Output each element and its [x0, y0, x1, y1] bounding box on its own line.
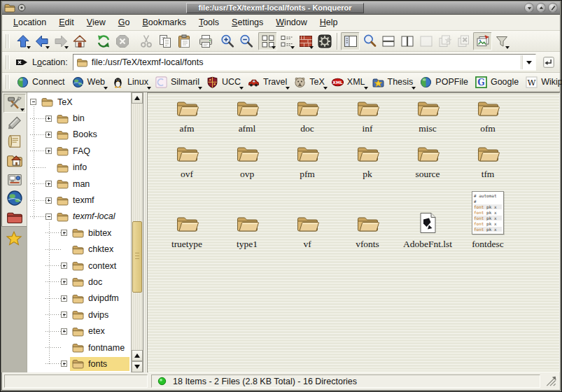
- copy-button[interactable]: [155, 32, 174, 50]
- menu-help[interactable]: Help: [314, 15, 344, 29]
- scroll-down-button[interactable]: [132, 361, 143, 372]
- bookmark-connect[interactable]: Connect: [13, 74, 69, 90]
- tree-item-body[interactable]: dvipdfm: [70, 291, 129, 305]
- find-button[interactable]: [360, 32, 379, 50]
- tree-item-etex[interactable]: etex: [30, 323, 129, 339]
- file-item-vf[interactable]: vf: [277, 214, 337, 250]
- dropdown-arrow-icon[interactable]: [286, 87, 290, 90]
- tree-item-info[interactable]: info: [30, 160, 129, 176]
- tree-item-body[interactable]: fonts: [70, 357, 129, 371]
- file-item-tfm[interactable]: tfm: [458, 144, 518, 180]
- tree-item-fonts[interactable]: fonts: [30, 356, 129, 372]
- sidebar-tab-root[interactable]: [3, 207, 26, 226]
- location-input[interactable]: file:/usr/TeX/texmf-local/fonts: [73, 54, 536, 71]
- bookmark-web[interactable]: Web: [69, 74, 108, 90]
- tree-scrollbar[interactable]: [131, 92, 143, 372]
- tree-item-dvipdfm[interactable]: dvipdfm: [30, 290, 129, 307]
- dropdown-arrow-icon[interactable]: [364, 87, 368, 90]
- bookmark-tex[interactable]: TeX: [290, 74, 328, 90]
- tree-expander-icon[interactable]: [61, 295, 67, 302]
- menu-edit[interactable]: Edit: [53, 15, 80, 29]
- window-menu-icon[interactable]: [4, 3, 15, 13]
- tree-item-body[interactable]: texmf: [55, 193, 129, 207]
- dropdown-arrow-icon[interactable]: [147, 87, 151, 90]
- close-button[interactable]: [548, 3, 558, 13]
- bookmark-linux[interactable]: Linux: [108, 74, 152, 90]
- tree-item-body[interactable]: Books: [55, 127, 129, 141]
- menu-location[interactable]: Location: [8, 15, 52, 29]
- tree-expander-icon[interactable]: [61, 312, 67, 318]
- file-item-afml[interactable]: afml: [217, 98, 277, 134]
- scrollbar-thumb[interactable]: [132, 221, 142, 293]
- file-item-AdobeFnt.lst[interactable]: AdobeFnt.lst: [398, 211, 458, 250]
- tree-item-body[interactable]: bibtex: [70, 226, 129, 240]
- dropdown-arrow-icon[interactable]: [323, 87, 328, 90]
- tree-item-Books[interactable]: Books: [30, 127, 129, 143]
- up-button[interactable]: [13, 32, 32, 50]
- sidebar-tab-services[interactable]: [3, 169, 26, 188]
- go-button[interactable]: [540, 54, 557, 71]
- scroll-up-button[interactable]: [132, 350, 143, 361]
- zoom-out-button[interactable]: [237, 32, 255, 50]
- bookmark-google[interactable]: GGoogle: [472, 74, 522, 90]
- new-tab-button[interactable]: [435, 32, 454, 50]
- file-item-pfm[interactable]: pfm: [277, 144, 337, 180]
- tree-expander-icon[interactable]: [61, 328, 67, 335]
- menu-view[interactable]: View: [81, 15, 111, 29]
- sticky-button[interactable]: [17, 4, 26, 12]
- tree-item-body[interactable]: man: [55, 177, 129, 191]
- minimize-button[interactable]: [524, 3, 534, 13]
- menu-window[interactable]: Window: [270, 15, 312, 29]
- bookmark-silmaril[interactable]: Silmaril: [152, 74, 203, 90]
- dropdown-arrow-icon[interactable]: [198, 87, 202, 90]
- file-item-type1[interactable]: type1: [217, 214, 277, 250]
- sidebar-tab-bookmarks[interactable]: [3, 113, 26, 132]
- sidebar-tab-configure[interactable]: [3, 94, 26, 113]
- sidebar-tab-bookmarks-star[interactable]: [3, 229, 25, 248]
- tree-item-body[interactable]: bin: [55, 111, 129, 125]
- tree-expander-icon[interactable]: [61, 360, 67, 367]
- file-item-afm[interactable]: afm: [157, 98, 217, 134]
- tree-item-context[interactable]: context: [30, 258, 129, 274]
- tree-item-body[interactable]: context: [70, 259, 129, 273]
- back-button[interactable]: [32, 32, 51, 50]
- filter-button[interactable]: [492, 32, 511, 50]
- file-item-inf[interactable]: inf: [337, 98, 398, 134]
- dropdown-arrow-icon[interactable]: [239, 87, 244, 90]
- dropdown-arrow-icon[interactable]: [45, 46, 50, 49]
- tree-item-doc[interactable]: doc: [30, 274, 129, 290]
- tree-item-body[interactable]: etex: [70, 324, 129, 338]
- dropdown-arrow-icon[interactable]: [505, 46, 510, 49]
- forward-button[interactable]: [51, 32, 70, 50]
- sidebar-tab-home[interactable]: [3, 150, 26, 169]
- show-sidebar-button[interactable]: [341, 32, 360, 50]
- zoom-in-button[interactable]: [218, 32, 237, 50]
- tree-item-man[interactable]: man: [30, 176, 129, 192]
- tree-item-body[interactable]: dvips: [70, 308, 129, 322]
- location-value[interactable]: file:/usr/TeX/texmf-local/fonts: [92, 57, 517, 67]
- tree-expander-icon[interactable]: [61, 230, 67, 236]
- toolbar-grip[interactable]: [6, 34, 10, 48]
- file-item-pk[interactable]: pk: [337, 144, 398, 180]
- stop-button[interactable]: [113, 32, 132, 50]
- tree-expander-icon[interactable]: [45, 148, 52, 154]
- tree-item-texmf-local[interactable]: texmf-local: [30, 209, 129, 225]
- bookmark-popfile[interactable]: POPFile: [416, 74, 472, 90]
- tree-expander-icon[interactable]: [45, 214, 52, 220]
- toolbar-grip[interactable]: [6, 75, 10, 89]
- tree-item-body[interactable]: doc: [70, 275, 129, 289]
- bookmark-travel[interactable]: Travel: [244, 74, 290, 90]
- tree-item-bibtex[interactable]: bibtex: [30, 225, 129, 241]
- tree-item-fontname[interactable]: fontname: [30, 340, 129, 356]
- menu-bookmarks[interactable]: Bookmarks: [136, 15, 192, 29]
- split-vertical-button[interactable]: [398, 32, 416, 50]
- file-item-ovf[interactable]: ovf: [157, 144, 217, 180]
- tree-item-dvips[interactable]: dvips: [30, 307, 129, 323]
- gear-button[interactable]: [315, 32, 334, 50]
- dropdown-arrow-icon[interactable]: [309, 46, 314, 49]
- tree-item-TeX[interactable]: TeX: [30, 94, 129, 110]
- bookmark-wikipedia[interactable]: WWikipedia: [522, 74, 562, 90]
- location-dropdown-arrow[interactable]: [521, 55, 535, 69]
- tree-item-texmf[interactable]: texmf: [30, 192, 129, 208]
- print-button[interactable]: [196, 32, 215, 50]
